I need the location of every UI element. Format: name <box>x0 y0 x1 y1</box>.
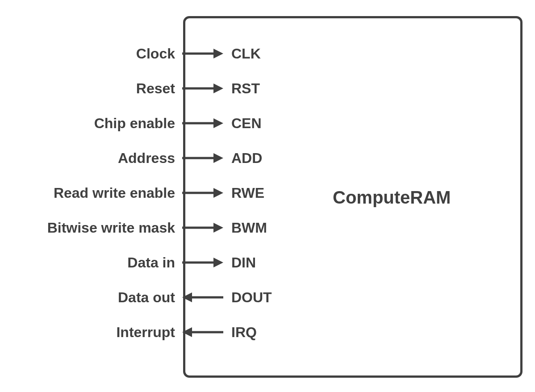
svg-marker-3 <box>213 83 223 93</box>
external-signal-label: Chip enable <box>94 115 175 132</box>
external-signal-label: Reset <box>136 80 175 97</box>
internal-signal-label: BWM <box>231 220 267 236</box>
arrow-right-icon <box>181 82 224 95</box>
internal-signal-label: DOUT <box>231 289 272 306</box>
svg-marker-17 <box>182 327 192 337</box>
svg-marker-1 <box>213 49 223 58</box>
external-signal-label: Bitwise write mask <box>47 220 175 236</box>
signal-row: ResetRST <box>0 79 535 97</box>
internal-signal-label: DIN <box>231 254 256 271</box>
internal-signal-label: CLK <box>231 46 261 62</box>
signal-row: InterruptIRQ <box>0 323 535 341</box>
arrow-left-icon <box>181 291 224 304</box>
signal-row: Chip enableCEN <box>0 114 535 132</box>
internal-signal-label: IRQ <box>231 324 257 341</box>
external-signal-label: Clock <box>136 46 175 62</box>
external-signal-label: Interrupt <box>116 324 175 341</box>
arrow-right-icon <box>181 256 224 269</box>
svg-marker-13 <box>213 258 223 267</box>
signal-row: Data inDIN <box>0 254 535 271</box>
arrow-right-icon <box>181 186 224 200</box>
svg-marker-7 <box>213 153 223 163</box>
signal-row: Read write enableRWE <box>0 184 535 202</box>
diagram-canvas: ComputeRAM ClockCLKResetRSTChip enableCE… <box>0 0 535 392</box>
signal-row: Data outDOUT <box>0 288 535 306</box>
arrow-left-icon <box>181 325 224 339</box>
arrow-right-icon <box>181 151 224 165</box>
svg-marker-5 <box>213 118 223 128</box>
external-signal-label: Data out <box>118 289 175 306</box>
internal-signal-label: CEN <box>231 115 262 132</box>
external-signal-label: Read write enable <box>54 185 175 201</box>
internal-signal-label: ADD <box>231 150 262 167</box>
signal-row: Bitwise write maskBWM <box>0 219 535 237</box>
internal-signal-label: RST <box>231 80 260 97</box>
arrow-right-icon <box>181 117 224 130</box>
signal-row: AddressADD <box>0 149 535 167</box>
svg-marker-15 <box>182 292 192 302</box>
arrow-right-icon <box>181 221 224 234</box>
svg-marker-11 <box>213 223 223 233</box>
signal-row: ClockCLK <box>0 45 535 63</box>
external-signal-label: Address <box>118 150 175 167</box>
svg-marker-9 <box>213 188 223 198</box>
internal-signal-label: RWE <box>231 185 264 201</box>
arrow-right-icon <box>181 47 224 60</box>
external-signal-label: Data in <box>127 254 175 271</box>
